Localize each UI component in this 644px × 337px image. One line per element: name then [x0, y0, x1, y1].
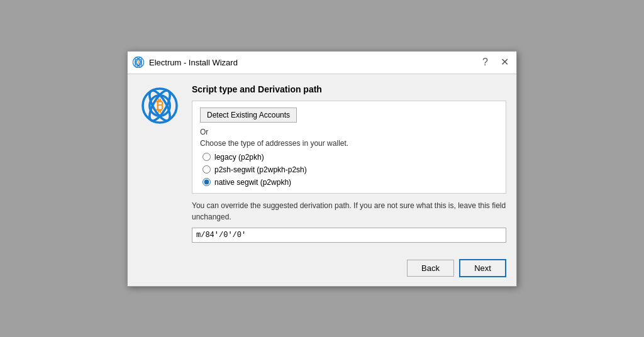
footer: Back Next: [128, 253, 516, 286]
content-area: Script type and Derivation path Detect E…: [192, 84, 506, 243]
electrum-logo-icon: ₿: [141, 87, 179, 124]
options-box: Detect Existing Accounts Or Choose the t…: [192, 101, 506, 194]
detect-accounts-button[interactable]: Detect Existing Accounts: [200, 108, 297, 123]
title-bar-left: ₿ Electrum - Install Wizard: [133, 57, 238, 68]
radio-legacy-label: legacy (p2pkh): [214, 153, 264, 162]
address-type-radio-group: legacy (p2pkh) p2sh-segwit (p2wpkh-p2sh)…: [200, 153, 498, 187]
title-controls: ? ✕: [480, 57, 511, 67]
window-title: Electrum - Install Wizard: [149, 58, 238, 67]
derivation-path-input[interactable]: [192, 228, 506, 243]
radio-p2sh-label: p2sh-segwit (p2wpkh-p2sh): [214, 165, 307, 174]
radio-legacy[interactable]: legacy (p2pkh): [203, 153, 498, 162]
section-title: Script type and Derivation path: [192, 84, 506, 94]
back-button[interactable]: Back: [407, 260, 454, 277]
window-body: ₿ Script type and Derivation path Detect…: [128, 74, 516, 253]
radio-p2sh[interactable]: p2sh-segwit (p2wpkh-p2sh): [203, 165, 498, 174]
hint-text: You can override the suggested derivatio…: [192, 200, 506, 223]
choose-text: Choose the type of addresses in your wal…: [200, 139, 498, 148]
svg-text:₿: ₿: [156, 97, 164, 113]
close-button[interactable]: ✕: [498, 57, 511, 67]
radio-native-label: native segwit (p2wpkh): [214, 178, 291, 187]
radio-native[interactable]: native segwit (p2wpkh): [203, 178, 498, 187]
radio-p2sh-input[interactable]: [203, 165, 211, 174]
wizard-window: ₿ Electrum - Install Wizard ? ✕ ₿ Script…: [127, 51, 517, 287]
or-text: Or: [200, 128, 498, 136]
radio-native-input[interactable]: [203, 178, 211, 186]
title-icon: ₿: [133, 57, 144, 68]
next-button[interactable]: Next: [459, 259, 506, 277]
title-bar: ₿ Electrum - Install Wizard ? ✕: [128, 52, 516, 74]
logo-area: ₿: [138, 84, 182, 243]
radio-legacy-input[interactable]: [203, 153, 211, 161]
help-button[interactable]: ?: [480, 57, 491, 67]
